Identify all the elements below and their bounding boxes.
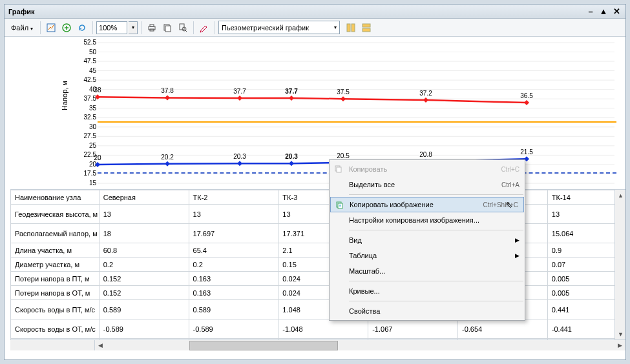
table-row: Скорость воды в ОТ, м/с-0.589-0.589-1.04… [11, 319, 625, 339]
toolbar: Файл ▾ ▾ Пьезометрический график ▾ [5, 19, 625, 37]
table-cell[interactable]: 0.441 [547, 300, 625, 319]
cm-table[interactable]: Таблица ▶ [330, 248, 525, 263]
table-cell[interactable]: 0.005 [547, 272, 625, 286]
table-cell[interactable]: -0.441 [547, 319, 625, 339]
content-area: Напор, м 52.55047.54542.54037.53532.5302… [5, 37, 625, 359]
table-cell[interactable]: 0.589 [189, 300, 278, 319]
svg-rect-3 [150, 25, 154, 26]
chart-plot[interactable]: Напор, м 52.55047.54542.54037.53532.5302… [10, 39, 616, 187]
cursor-icon: ⇖ [505, 199, 513, 210]
table-cell[interactable]: 0.163 [189, 272, 278, 286]
horizontal-scrollbar[interactable]: ◀ ▶ [10, 339, 625, 350]
svg-marker-30 [165, 95, 170, 100]
table-cell[interactable]: 18 [99, 224, 189, 243]
cm-scale[interactable]: Масштаб... [330, 263, 525, 279]
zoom-input[interactable] [96, 21, 127, 34]
table-cell[interactable]: 13 [189, 205, 278, 224]
table-cell[interactable]: 15.064 [547, 224, 625, 243]
cm-view[interactable]: Вид ▶ [330, 232, 525, 248]
table-cell[interactable]: 0.9 [547, 243, 625, 258]
table-cell[interactable]: 0.005 [547, 286, 625, 300]
chart-type-select[interactable]: Пьезометрический график ▾ [218, 21, 340, 34]
svg-rect-6 [165, 26, 171, 32]
table-cell[interactable]: 0.152 [99, 272, 189, 286]
table-cell[interactable]: 0.2 [99, 258, 189, 272]
svg-rect-11 [362, 24, 370, 27]
svg-marker-33 [341, 96, 346, 101]
cm-copy: Копировать Ctrl+C [330, 161, 525, 177]
table-props-button-1[interactable] [344, 21, 358, 35]
table-cell[interactable]: 0.07 [547, 258, 625, 272]
table-cell[interactable]: -0.589 [99, 319, 189, 339]
submenu-arrow-icon: ▶ [515, 237, 520, 243]
table-cell[interactable]: 0.589 [99, 300, 189, 319]
svg-marker-35 [524, 100, 529, 105]
point-label: 37.7 [233, 88, 246, 95]
point-label: 20.3 [233, 153, 246, 160]
point-label: 20 [94, 154, 101, 161]
data-table[interactable]: Наименование узлаСевернаяТК-2ТК-3ТК-14Ге… [10, 190, 625, 350]
new-chart-button[interactable] [44, 21, 58, 35]
point-label: 21.5 [520, 148, 532, 156]
table-cell[interactable]: 0.152 [99, 286, 189, 300]
ytick: 15 [89, 180, 96, 187]
point-label: 37.5 [337, 88, 349, 96]
table-row: Располагаемый напор, м1817.69717.37115.0… [11, 224, 625, 243]
add-button[interactable] [59, 21, 74, 35]
cm-copy-image-settings[interactable]: Настройки копирования изображения... [330, 212, 525, 228]
row-header: Располагаемый напор, м [11, 224, 100, 243]
table-row: Потери напора в ПТ, м0.1520.1630.0240.32… [11, 272, 625, 286]
zoom-dropdown[interactable]: ▾ [129, 21, 138, 34]
table-cell[interactable]: 60.8 [99, 243, 189, 258]
table-cell[interactable]: ТК-14 [547, 190, 625, 205]
window: График – ▲ ✕ Файл ▾ ▾ Пьезометрический г… [4, 4, 626, 360]
svg-marker-37 [165, 161, 170, 167]
close-button[interactable]: ✕ [611, 7, 622, 16]
scroll-right-arrow[interactable]: ▶ [614, 340, 625, 351]
refresh-button[interactable] [75, 21, 89, 35]
table-cell[interactable]: Северная [99, 190, 189, 205]
preview-button[interactable] [176, 21, 190, 35]
table-row: Длина участка, м60.865.42.10.9 [11, 243, 625, 258]
point-label: 36.5 [520, 92, 532, 99]
table-cell[interactable]: 17.697 [189, 224, 278, 243]
data-table-wrapper: Наименование узлаСевернаяТК-2ТК-3ТК-14Ге… [10, 189, 625, 350]
table-cell[interactable]: -0.654 [457, 319, 547, 339]
file-menu[interactable]: Файл ▾ [7, 22, 37, 34]
edit-button[interactable] [197, 21, 211, 35]
scroll-down-arrow[interactable]: ▼ [615, 329, 625, 339]
vertical-scrollbar[interactable]: ▲ ▼ [614, 190, 625, 339]
cm-properties[interactable]: Свойства [330, 303, 525, 319]
table-cell[interactable]: 65.4 [189, 243, 278, 258]
scroll-up-arrow[interactable]: ▲ [615, 190, 625, 201]
row-header: Потери напора в ОТ, м [11, 286, 100, 300]
scroll-left-arrow[interactable]: ◀ [94, 340, 105, 351]
svg-rect-9 [347, 24, 350, 32]
table-cell[interactable]: -0.589 [189, 319, 278, 339]
scroll-thumb[interactable] [189, 341, 338, 350]
table-row: Геодезическая высота, м13131313 [11, 205, 625, 224]
table-cell[interactable]: ТК-2 [189, 190, 278, 205]
ytick: 25 [89, 143, 96, 149]
chevron-down-icon: ▾ [334, 25, 337, 30]
table-props-button-2[interactable] [359, 21, 373, 35]
table-cell[interactable]: -1.048 [278, 319, 368, 339]
cm-curves[interactable]: Кривые... [330, 283, 525, 299]
table-cell[interactable]: 13 [99, 205, 189, 224]
cm-select-all[interactable]: Выделить все Ctrl+A [330, 177, 525, 192]
copy-button[interactable] [160, 21, 174, 35]
print-button[interactable] [145, 21, 159, 35]
minimize-button[interactable]: – [585, 7, 596, 16]
maximize-button[interactable]: ▲ [598, 7, 609, 16]
row-header: Длина участка, м [11, 243, 100, 258]
context-menu: Копировать Ctrl+C Выделить все Ctrl+A Ко… [329, 159, 525, 321]
table-cell[interactable]: -1.067 [368, 319, 458, 339]
row-header: Наименование узла [11, 190, 100, 205]
cm-copy-image[interactable]: Копировать изображение ⇖ Ctrl+Shift+C [330, 197, 524, 212]
titlebar: График – ▲ ✕ [5, 5, 625, 19]
table-cell[interactable]: 0.163 [189, 286, 278, 300]
window-controls: – ▲ ✕ [585, 7, 622, 16]
table-cell[interactable]: 13 [547, 205, 625, 224]
table-cell[interactable]: 0.2 [189, 258, 278, 272]
point-label: 20.3 [285, 153, 297, 160]
